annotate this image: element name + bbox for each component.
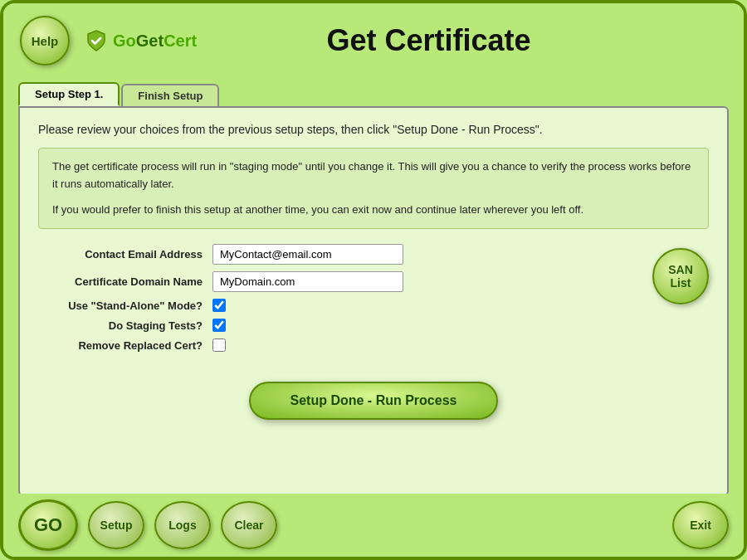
info-line-2: If you would prefer to finish this setup… xyxy=(52,202,695,219)
form-fields: Contact Email Address Certificate Domain… xyxy=(38,244,636,358)
exit-button[interactable]: Exit xyxy=(672,501,729,549)
form-row-staging: Do Staging Tests? xyxy=(38,319,636,332)
logo-area: GoGetCert xyxy=(85,29,197,52)
go-button[interactable]: GO xyxy=(18,499,78,551)
setup-done-button[interactable]: Setup Done - Run Process xyxy=(249,382,499,420)
label-domain: Certificate Domain Name xyxy=(38,275,212,288)
tab-finish-setup[interactable]: Finish Setup xyxy=(121,84,219,106)
checkbox-staging[interactable] xyxy=(212,319,226,332)
input-email[interactable] xyxy=(212,244,403,265)
input-domain[interactable] xyxy=(212,271,403,292)
clear-button[interactable]: Clear xyxy=(221,501,277,549)
label-staging: Do Staging Tests? xyxy=(38,319,212,332)
help-button[interactable]: Help xyxy=(20,16,70,66)
checkbox-standalone[interactable] xyxy=(212,299,226,312)
form-row-domain: Certificate Domain Name xyxy=(38,271,636,292)
info-line-1: The get certificate process will run in … xyxy=(52,158,695,193)
form-row-remove: Remove Replaced Cert? xyxy=(38,338,636,352)
label-email: Contact Email Address xyxy=(38,248,212,261)
checkbox-remove[interactable] xyxy=(212,338,226,352)
form-area: Contact Email Address Certificate Domain… xyxy=(38,244,709,358)
header: Help GoGetCert Get Certificate xyxy=(3,3,744,78)
form-row-email: Contact Email Address xyxy=(38,244,636,265)
main-content-box: Please review your choices from the prev… xyxy=(18,106,729,496)
form-row-standalone: Use "Stand-Alone" Mode? xyxy=(38,299,636,312)
logo-icon xyxy=(85,29,108,52)
logs-button[interactable]: Logs xyxy=(154,501,211,549)
label-remove: Remove Replaced Cert? xyxy=(38,339,212,352)
label-standalone: Use "Stand-Alone" Mode? xyxy=(38,299,212,312)
review-text: Please review your choices from the prev… xyxy=(38,123,709,136)
page-title: Get Certificate xyxy=(197,23,661,58)
bottom-bar: GO Setup Logs Clear Exit xyxy=(3,494,744,557)
tabs-area: Setup Step 1. Finish Setup xyxy=(3,78,744,106)
logo-text: GoGetCert xyxy=(113,32,197,51)
setup-button[interactable]: Setup xyxy=(88,501,144,549)
san-list-button[interactable]: SAN List xyxy=(652,248,709,304)
san-line2: List xyxy=(671,276,691,290)
setup-done-area: Setup Done - Run Process xyxy=(38,382,709,420)
san-line1: SAN xyxy=(668,263,693,277)
tab-setup-step1[interactable]: Setup Step 1. xyxy=(18,82,120,106)
info-box: The get certificate process will run in … xyxy=(38,148,709,229)
